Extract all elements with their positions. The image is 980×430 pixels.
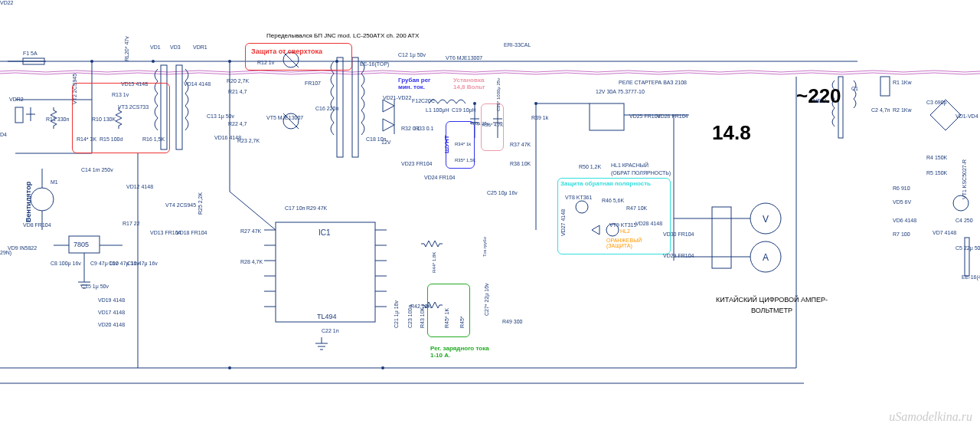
watermark: uSamodelkina.ru: [889, 410, 972, 424]
svg-point-68: [381, 366, 384, 369]
r11: R11 330n: [46, 117, 69, 122]
r47: R47 10K: [626, 205, 647, 211]
vd12: VD12 4148: [126, 184, 153, 189]
ntc1: NTC1: [813, 98, 827, 103]
vd15: VD15 4148: [121, 81, 148, 87]
r38: R38 10K: [510, 161, 531, 166]
meter-text: КИТАЙСКИЙ ЦИФРОВОЙ АМПЕР-ВОЛЬТМЕТР: [710, 294, 833, 317]
r34: R34* 1k: [455, 142, 471, 146]
led-red: HL1 КРАСНЫЙ: [611, 162, 648, 168]
schematic-title: Переделывался БП JNC mod. LC-250ATX ch. …: [266, 32, 419, 39]
vd17: VD17 4148: [98, 310, 125, 315]
c16: C16 220n: [315, 106, 338, 111]
reverse-pol-label: Защита обратная полярность: [560, 180, 651, 187]
f12: F12C20C: [412, 98, 435, 103]
t-12v: 12V: [381, 140, 390, 145]
c5r: C5 22μ 50v: [956, 245, 980, 251]
charge-reg-label: Рег. зарядного тока 1-10 А.: [430, 345, 492, 359]
r37: R37 47K: [510, 142, 531, 147]
xfmr3-label: EE-16(4): [962, 274, 980, 280]
vt1r: VT1 KSC5027-R: [962, 159, 967, 199]
svg-rect-7: [15, 107, 23, 123]
svg-rect-52: [965, 238, 969, 276]
voltage-set-label: Установка 14,8 Вольт: [453, 77, 493, 90]
r12: R12 1v: [257, 60, 274, 65]
svg-text:V: V: [763, 214, 769, 225]
relay-sub: 12V 30A 75.3777-10: [596, 89, 645, 94]
r13: R13 1v: [112, 92, 129, 97]
vd19: VD19 4148: [98, 297, 125, 303]
c22: C22 1n: [322, 328, 339, 333]
led-orange: HL2: [620, 228, 630, 234]
r4r: R4 150K: [926, 155, 947, 160]
r27: R27 47K: [240, 228, 261, 234]
vt2: VT2 2CS945: [72, 74, 77, 104]
r43: R43 10K: [420, 307, 425, 328]
svg-rect-48: [712, 207, 731, 268]
c15: C15 1μ 50v: [81, 284, 109, 289]
c14: C14 1m 250v: [81, 167, 113, 172]
vd7r: VD7 4148: [933, 230, 956, 235]
vd16: VD16 4148: [214, 135, 241, 140]
svg-point-62: [152, 60, 155, 63]
r45: R45*: [459, 316, 465, 328]
rl20: RL20* 47v: [124, 36, 129, 61]
coarse-reg-label: Грубая рег мин. ток.: [398, 77, 444, 90]
r29: R29 47K: [306, 205, 327, 211]
c11: C11 47μ 16v: [127, 261, 158, 266]
fuse-label: F1 5A: [23, 51, 38, 56]
r44: R44* 1,8K: [432, 252, 436, 273]
xfmr1-label: EE-16(TOP): [360, 61, 389, 67]
sine-icon: ~: [796, 84, 808, 107]
c12: C12 1μ 50v: [398, 52, 426, 57]
r45b: R45* 1K: [444, 308, 449, 328]
r7r: R7 100: [893, 231, 910, 237]
c17: C17 10n: [285, 205, 305, 211]
vdr2: VDR2: [9, 97, 24, 102]
r35: R35* 1,5K: [455, 158, 475, 162]
vd28: VD28 4148: [635, 221, 662, 226]
vd24: VD24 FR104: [424, 175, 455, 180]
c13: C13 1μ 50v: [207, 113, 234, 119]
vd26: VD26 FR104: [657, 113, 688, 119]
r49: R49 300: [502, 319, 522, 324]
vd29: VD29 FR104: [663, 253, 694, 258]
svg-rect-50: [880, 77, 890, 96]
vd22: VD22: [0, 0, 14, 5]
svg-rect-22: [352, 57, 358, 157]
c25: C25 10μ 16v: [487, 190, 518, 195]
tok: Ток грубо: [482, 237, 487, 257]
c27: C27* 22μ 16v: [484, 283, 489, 316]
ic1-label: IC1: [318, 228, 331, 237]
r39: R39 1k: [531, 115, 548, 120]
display-voltage: 14.8: [712, 121, 751, 145]
vd27: VD27 4148: [560, 209, 566, 236]
svg-point-67: [228, 366, 231, 369]
c8: C8 100μ 16v: [51, 261, 81, 266]
vd1: VD1: [150, 44, 161, 50]
c1r: C1: [851, 86, 858, 91]
svg-text:A: A: [763, 252, 769, 263]
svg-rect-29: [276, 222, 375, 322]
vd9: VD9 IN5822: [8, 245, 37, 251]
overcurrent-label: Защита от сверхтока: [251, 48, 322, 55]
c3r: C3 690p: [926, 100, 946, 105]
r33: R33 0.1: [415, 126, 434, 131]
schematic-canvas: V A: [0, 0, 980, 430]
fan-ref: M1: [51, 179, 58, 185]
vd14: VD14 4148: [184, 81, 211, 87]
vd5r: VD5 6V: [893, 199, 911, 205]
r14: R14* 3K: [77, 136, 96, 142]
r5r: R5 150K: [926, 170, 947, 176]
fr107: FR107: [305, 80, 321, 86]
vd18: VD18 FR104: [176, 230, 207, 235]
r20: R20 2,7K: [227, 78, 249, 84]
vd8: VD8 FR104: [23, 222, 51, 228]
vt6: VT6 MJE13007: [446, 55, 482, 61]
r17: R17 22: [122, 221, 140, 226]
svg-line-71: [230, 192, 276, 230]
vd21: VD21-VD22: [383, 95, 411, 100]
vd3: VD3: [170, 44, 181, 50]
r15: R15 100d: [100, 136, 122, 142]
vd6r: VD6 4148: [893, 218, 916, 223]
